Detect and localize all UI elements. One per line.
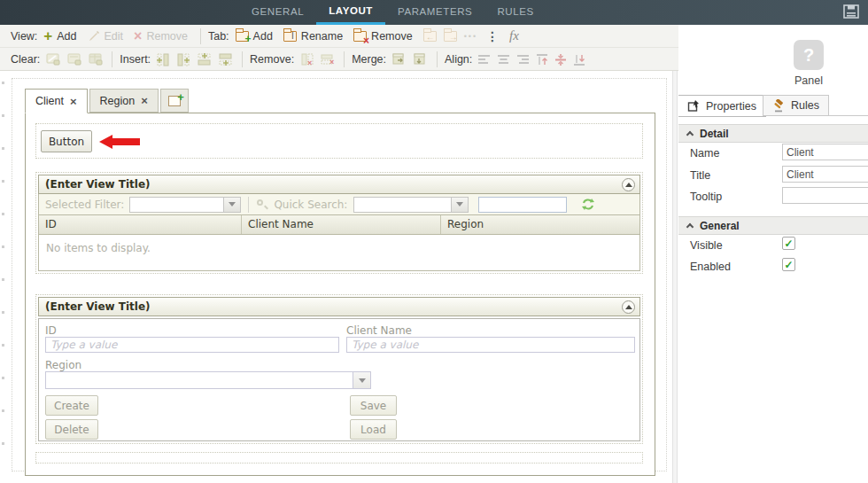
empty-drop-row[interactable]: [35, 452, 643, 464]
save-button[interactable]: Save: [350, 395, 397, 416]
visible-checkbox[interactable]: ✓: [782, 237, 795, 250]
list-view-empty-body: No items to display.: [38, 235, 640, 271]
top-tab-strip: GENERAL LAYOUT PARAMETERS RULES: [239, 0, 546, 25]
add-tab-button[interactable]: +: [160, 89, 189, 113]
designer-toolbar: View: + Add Edit × Remove Tab: + Add: [0, 25, 678, 71]
insert-group-label: Insert:: [120, 53, 151, 66]
insert-column-left-icon[interactable]: [157, 53, 171, 66]
toolbar-row-2: Clear: Insert:: [0, 48, 678, 71]
align-top-icon[interactable]: [537, 54, 549, 66]
column-header-region[interactable]: Region: [441, 215, 639, 234]
list-view-filter-row: Selected Filter: Quick Search:: [38, 194, 640, 215]
tab-general[interactable]: GENERAL: [239, 0, 316, 25]
view-remove-button[interactable]: × Remove: [134, 30, 188, 43]
align-middle-icon[interactable]: [555, 54, 568, 66]
tab-move-right-button[interactable]: →: [444, 31, 457, 42]
tab-add-button[interactable]: + Add: [236, 30, 273, 43]
check-icon: ✓: [784, 261, 793, 269]
insert-row-above-icon[interactable]: [198, 53, 213, 66]
region-field-label: Region: [45, 359, 81, 371]
canvas-panel-splitter[interactable]: [672, 71, 678, 483]
tab-properties[interactable]: Properties: [678, 95, 766, 117]
clear-styles-icon[interactable]: [67, 53, 82, 66]
column-header-id[interactable]: ID: [39, 215, 242, 234]
clear-group-label: Clear:: [11, 53, 40, 66]
item-view-block[interactable]: (Enter View Title) ID Client Name Region…: [35, 294, 643, 444]
visible-property-label: Visible: [690, 239, 723, 252]
enabled-checkbox[interactable]: ✓: [782, 258, 795, 271]
list-view-block[interactable]: (Enter View Title) Selected Filter: Quic…: [35, 172, 643, 274]
id-field-label: ID: [45, 324, 57, 337]
item-view-header[interactable]: (Enter View Title): [38, 297, 640, 316]
create-button[interactable]: Create: [45, 395, 98, 416]
toolbar-separator: [437, 51, 438, 67]
align-right-icon[interactable]: [517, 54, 531, 65]
clear-all-icon[interactable]: [89, 53, 104, 66]
tab-rules-panel[interactable]: Rules: [763, 95, 829, 116]
tab-group-label: Tab:: [208, 30, 229, 43]
delete-button[interactable]: Delete: [45, 419, 98, 440]
top-header-bar: GENERAL LAYOUT PARAMETERS RULES: [0, 0, 868, 25]
close-tab-icon[interactable]: ×: [70, 95, 77, 108]
tab-remove-button[interactable]: × Remove: [353, 30, 413, 43]
region-dropdown[interactable]: [45, 371, 371, 389]
tab-rules[interactable]: RULES: [484, 0, 546, 25]
list-view-header[interactable]: (Enter View Title): [38, 175, 640, 194]
name-property-input[interactable]: [782, 144, 868, 160]
quick-search-field-dropdown[interactable]: [353, 197, 469, 213]
tab-layout[interactable]: LAYOUT: [316, 0, 385, 25]
quick-search-input[interactable]: [478, 197, 567, 213]
toolbar-separator: [242, 51, 243, 67]
insert-column-right-icon[interactable]: [177, 53, 191, 66]
expression-fx-icon[interactable]: fx: [509, 28, 519, 43]
tooltip-property-input[interactable]: [782, 187, 868, 204]
column-header-client-name[interactable]: Client Name: [242, 215, 441, 234]
remove-row-icon[interactable]: ×: [321, 53, 336, 66]
filter-separator: [248, 197, 249, 213]
tab-move-left-button[interactable]: ←: [423, 31, 437, 42]
insert-row-below-icon[interactable]: [219, 53, 234, 66]
properties-icon: [687, 99, 701, 113]
selected-filter-label: Selected Filter:: [45, 199, 124, 211]
list-view-column-headers: ID Client Name Region: [38, 215, 640, 235]
tooltip-property-label: Tooltip: [690, 191, 722, 203]
canvas-button-control[interactable]: Button: [41, 130, 92, 152]
id-field-input[interactable]: [45, 337, 339, 353]
collapse-view-button[interactable]: [622, 178, 635, 191]
tab-parameters[interactable]: PARAMETERS: [385, 0, 484, 25]
title-property-input[interactable]: [782, 166, 868, 183]
form-tab-region[interactable]: Region ×: [89, 89, 159, 113]
left-guide-ticks: [2, 82, 4, 470]
tab-overflow-icon[interactable]: •••: [464, 32, 477, 41]
client-name-field-input[interactable]: [346, 337, 635, 353]
align-center-icon[interactable]: [498, 54, 511, 65]
more-options-icon[interactable]: ⋮: [486, 29, 499, 43]
save-icon[interactable]: [843, 4, 859, 19]
load-button[interactable]: Load: [350, 419, 397, 440]
form-canvas-frame: Button (Enter View Title) Selected Filte…: [25, 113, 655, 476]
toolbar-separator: [344, 51, 345, 67]
search-icon: [256, 199, 267, 210]
layout-row-button[interactable]: Button: [35, 123, 643, 159]
merge-right-icon[interactable]: [392, 53, 407, 66]
view-edit-button[interactable]: Edit: [88, 30, 124, 43]
refresh-icon[interactable]: [581, 198, 595, 211]
tab-add-icon: +: [236, 31, 249, 42]
close-tab-icon[interactable]: ×: [141, 94, 148, 107]
form-tab-client[interactable]: Client ×: [25, 89, 88, 113]
client-name-field-label: Client Name: [346, 324, 412, 337]
align-left-icon[interactable]: [478, 54, 492, 65]
selected-filter-dropdown[interactable]: [129, 197, 241, 213]
clear-contents-icon[interactable]: [46, 53, 61, 66]
collapse-view-button[interactable]: [622, 300, 635, 314]
toolbar-separator: [200, 28, 201, 44]
tab-rename-button[interactable]: I Rename: [283, 30, 343, 43]
section-detail-header[interactable]: Detail: [678, 124, 868, 143]
merge-down-icon[interactable]: [414, 53, 429, 66]
view-add-button[interactable]: + Add: [43, 30, 76, 43]
remove-column-icon[interactable]: ×: [300, 53, 314, 66]
section-general-header[interactable]: General: [678, 216, 868, 235]
align-bottom-icon[interactable]: [574, 54, 586, 66]
new-tab-page-icon: +: [168, 96, 181, 106]
pencil-icon: [88, 30, 100, 43]
